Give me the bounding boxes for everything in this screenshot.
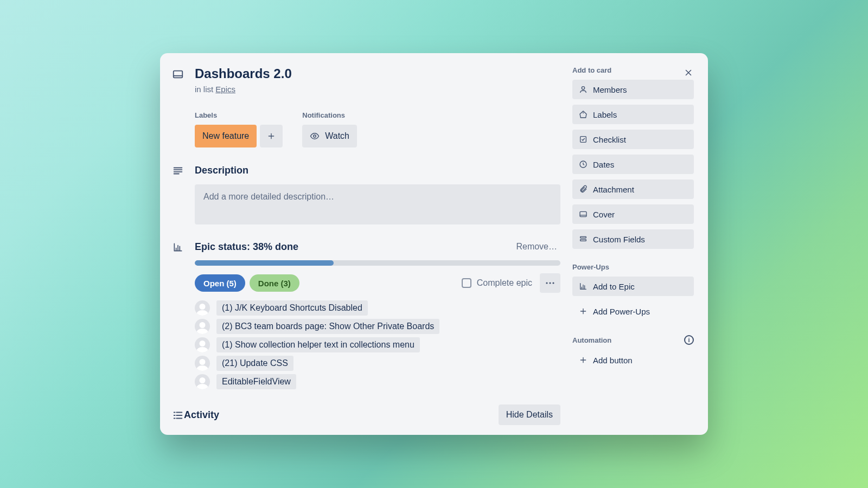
add-power-ups-button[interactable]: Add Power-Ups (572, 301, 694, 321)
description-icon (172, 164, 184, 177)
hide-details-button[interactable]: Hide Details (499, 404, 560, 425)
checklist-button[interactable]: Checklist (572, 130, 694, 149)
svg-point-3 (549, 282, 551, 284)
avatar[interactable] (195, 319, 210, 334)
attachment-button[interactable]: Attachment (572, 179, 694, 199)
svg-rect-10 (580, 236, 586, 238)
watch-button[interactable]: Watch (302, 125, 357, 147)
activity-icon (172, 408, 184, 421)
task-row: (1) J/K Keyboard Shortcuts Disabled (195, 300, 560, 316)
in-list-text: in list Epics (195, 85, 560, 94)
checkbox-icon (462, 278, 471, 288)
close-button[interactable] (679, 63, 698, 82)
svg-point-1 (314, 135, 316, 138)
svg-point-4 (552, 282, 554, 284)
task-link[interactable]: (2) BC3 team boards page: Show Other Pri… (216, 319, 439, 334)
cover-button[interactable]: Cover (572, 204, 694, 224)
avatar[interactable] (195, 300, 210, 316)
svg-point-2 (546, 282, 547, 284)
task-row: (1) Show collection helper text in colle… (195, 337, 560, 352)
avatar[interactable] (195, 356, 210, 371)
task-row: EditableFieldView (195, 374, 560, 389)
dates-button[interactable]: Dates (572, 155, 694, 174)
task-row: (21) Update CSS (195, 356, 560, 371)
notifications-block: Notifications Watch (302, 111, 357, 147)
card-title[interactable]: Dashboards 2.0 (195, 66, 292, 81)
card-icon (172, 67, 184, 80)
labels-button[interactable]: Labels (572, 105, 694, 124)
sidebar: Add to card Members Labels Checklist Dat… (572, 66, 694, 425)
svg-rect-7 (580, 137, 586, 143)
add-to-card-label: Add to card (572, 66, 694, 74)
svg-point-5 (582, 87, 584, 89)
labels-heading: Labels (195, 111, 283, 119)
automation-label: Automation (572, 336, 611, 344)
add-to-epic-button[interactable]: Add to Epic (572, 277, 694, 296)
avatar[interactable] (195, 374, 210, 389)
epic-progress-bar (195, 260, 560, 266)
task-row: (2) BC3 team boards page: Show Other Pri… (195, 319, 560, 334)
members-button[interactable]: Members (572, 80, 694, 99)
task-link[interactable]: (21) Update CSS (216, 356, 293, 371)
description-input[interactable]: Add a more detailed description… (195, 184, 560, 224)
svg-point-6 (583, 112, 584, 113)
svg-rect-9 (580, 211, 586, 216)
svg-rect-0 (174, 71, 183, 78)
epic-status-heading: Epic status: 38% done (195, 241, 298, 253)
epic-more-button[interactable] (540, 273, 560, 293)
done-pill[interactable]: Done (3) (250, 274, 299, 292)
svg-rect-11 (580, 240, 586, 241)
add-automation-button[interactable]: Add button (572, 350, 694, 370)
labels-block: Labels New feature (195, 111, 283, 147)
info-icon[interactable]: i (684, 335, 694, 345)
open-pill[interactable]: Open (5) (195, 274, 245, 292)
power-ups-label: Power-Ups (572, 263, 694, 271)
custom-fields-button[interactable]: Custom Fields (572, 229, 694, 249)
epic-progress-fill (195, 260, 334, 266)
avatar[interactable] (195, 337, 210, 352)
list-link[interactable]: Epics (215, 85, 235, 94)
main-column: Dashboards 2.0 in list Epics Labels New … (172, 66, 560, 425)
task-link[interactable]: (1) J/K Keyboard Shortcuts Disabled (216, 300, 368, 316)
remove-epic-link[interactable]: Remove… (516, 242, 557, 252)
notifications-heading: Notifications (302, 111, 357, 119)
add-label-button[interactable] (260, 125, 283, 147)
epic-task-list: (1) J/K Keyboard Shortcuts Disabled (2) … (195, 300, 560, 389)
activity-heading: Activity (184, 409, 219, 421)
task-link[interactable]: (1) Show collection helper text in colle… (216, 337, 420, 352)
description-heading: Description (195, 165, 248, 176)
complete-epic-checkbox[interactable]: Complete epic (462, 278, 532, 288)
card-modal: Dashboards 2.0 in list Epics Labels New … (160, 53, 708, 435)
label-chip[interactable]: New feature (195, 125, 257, 147)
epic-icon (172, 241, 184, 253)
task-link[interactable]: EditableFieldView (216, 374, 296, 389)
